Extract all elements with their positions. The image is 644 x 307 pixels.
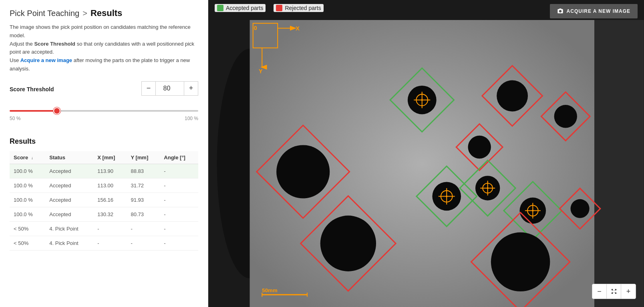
vision-canvas: 0 X Y: [208, 20, 644, 307]
cell-score: 100.0 %: [10, 178, 45, 193]
zoom-plus-icon: +: [626, 287, 631, 296]
zoom-in-button[interactable]: +: [621, 284, 636, 299]
right-panel: Accepted parts Rejected parts ACQUIRE A …: [208, 0, 644, 307]
slider-min-label: 50 %: [10, 116, 20, 121]
legend-accepted-label: Accepted parts: [226, 5, 263, 11]
table-row[interactable]: 100.0 % Accepted 113.00 31.72 -: [10, 178, 198, 193]
legend-rejected-color: [276, 5, 282, 11]
score-controls: − +: [141, 81, 198, 96]
cell-angle: -: [160, 236, 198, 250]
zoom-out-button[interactable]: −: [592, 284, 607, 299]
legend-accepted-color: [217, 5, 223, 11]
results-table: Score ↓ Status X [mm] Y [mm] Angle [°] 1…: [10, 151, 198, 251]
table-row[interactable]: 100.0 % Accepted 113.90 88.83 -: [10, 164, 198, 178]
breadcrumb: Pick Point Teaching > Results: [10, 8, 198, 18]
svg-point-22: [554, 105, 577, 128]
description-text: The image shows the pick point position …: [10, 23, 198, 73]
svg-point-30: [446, 195, 447, 197]
col-score: Score ↓: [10, 151, 45, 164]
legend: Accepted parts Rejected parts: [215, 4, 324, 12]
svg-point-46: [491, 233, 550, 291]
cell-status: Accepted: [45, 207, 93, 221]
acquire-button-label: ACQUIRE A NEW IMAGE: [567, 8, 630, 14]
svg-text:50mm: 50mm: [262, 287, 277, 293]
cell-status: Accepted: [45, 164, 93, 178]
slider-max-label: 100 %: [185, 116, 198, 121]
table-row[interactable]: < 50% 4. Pick Point - - -: [10, 221, 198, 236]
cell-x: 156.16: [93, 193, 127, 207]
svg-text:X: X: [296, 25, 300, 32]
score-value-input[interactable]: [156, 81, 184, 96]
zoom-controls: − +: [592, 284, 636, 299]
cell-x: 113.90: [93, 164, 127, 178]
col-angle: Angle [°]: [160, 151, 198, 164]
score-increment-button[interactable]: +: [184, 81, 198, 96]
col-status: Status: [45, 151, 93, 164]
camera-icon: [557, 8, 564, 14]
legend-accepted: Accepted parts: [215, 4, 266, 12]
cell-score: < 50%: [10, 236, 45, 250]
legend-rejected-label: Rejected parts: [285, 5, 321, 11]
svg-point-12: [276, 145, 330, 198]
cell-angle: -: [160, 207, 198, 221]
svg-point-48: [571, 199, 590, 218]
zoom-fit-button[interactable]: [607, 284, 621, 299]
svg-point-18: [421, 99, 423, 101]
results-heading: Results: [10, 137, 198, 146]
cell-x: 113.00: [93, 178, 127, 193]
cell-score: 100.0 %: [10, 193, 45, 207]
desc-line3: Use Acquire a new image after moving the…: [10, 56, 198, 73]
table-row[interactable]: 100.0 % Accepted 130.32 80.73 -: [10, 207, 198, 221]
desc-line2: Adjust the Score Threshold so that only …: [10, 40, 198, 57]
cell-status: Accepted: [45, 178, 93, 193]
cell-angle: -: [160, 178, 198, 193]
desc-line1: The image shows the pick point position …: [10, 23, 198, 40]
cell-y: -: [127, 221, 160, 236]
score-section: Score Threshold − + 50 % 100 %: [10, 81, 198, 129]
svg-point-42: [532, 210, 533, 211]
cell-score: < 50%: [10, 221, 45, 236]
cell-status: 4. Pick Point: [45, 221, 93, 236]
svg-rect-3: [594, 20, 644, 307]
zoom-minus-icon: −: [597, 287, 602, 296]
breadcrumb-title: Pick Point Teaching: [10, 9, 79, 18]
left-panel: Pick Point Teaching > Results The image …: [0, 0, 208, 307]
cell-x: -: [93, 236, 127, 250]
acquire-button[interactable]: ACQUIRE A NEW IMAGE: [550, 4, 638, 18]
score-threshold-slider[interactable]: [10, 110, 198, 112]
cell-y: 88.83: [127, 164, 160, 178]
svg-point-44: [320, 216, 376, 271]
acquire-link[interactable]: Acquire a new image: [20, 57, 72, 63]
legend-rejected: Rejected parts: [274, 4, 323, 12]
cell-status: 4. Pick Point: [45, 236, 93, 250]
cell-status: Accepted: [45, 193, 93, 207]
cell-y: -: [127, 236, 160, 250]
cell-y: 80.73: [127, 207, 160, 221]
score-threshold-label: Score Threshold: [10, 86, 54, 92]
sort-icon: ↓: [31, 156, 33, 160]
cell-x: 130.32: [93, 207, 127, 221]
table-row[interactable]: 100.0 % Accepted 156.16 91.93 -: [10, 193, 198, 207]
cell-x: -: [93, 221, 127, 236]
cell-score: 100.0 %: [10, 207, 45, 221]
breadcrumb-current: Results: [91, 8, 122, 18]
table-row[interactable]: < 50% 4. Pick Point - - -: [10, 236, 198, 250]
breadcrumb-separator: >: [83, 9, 87, 18]
svg-text:Y: Y: [259, 68, 263, 74]
results-section: Results Score ↓ Status X [mm] Y [mm] Ang…: [10, 137, 198, 251]
cell-angle: -: [160, 164, 198, 178]
cell-score: 100.0 %: [10, 164, 45, 178]
fit-icon: [611, 288, 617, 295]
cell-angle: -: [160, 193, 198, 207]
svg-point-24: [468, 136, 491, 159]
col-x: X [mm]: [93, 151, 127, 164]
vision-image: 0 X Y: [208, 20, 644, 307]
cell-y: 91.93: [127, 193, 160, 207]
svg-point-36: [487, 187, 489, 189]
cell-angle: -: [160, 221, 198, 236]
svg-point-20: [497, 80, 528, 112]
svg-text:0: 0: [254, 25, 257, 31]
table-header-row: Score ↓ Status X [mm] Y [mm] Angle [°]: [10, 151, 198, 164]
score-decrement-button[interactable]: −: [141, 81, 156, 96]
cell-y: 31.72: [127, 178, 160, 193]
